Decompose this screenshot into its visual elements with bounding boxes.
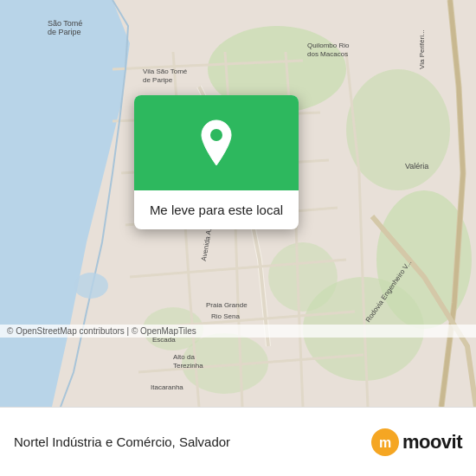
bottom-bar: Nortel Indústria e Comércio, Salvador m … bbox=[0, 407, 476, 476]
svg-text:Rio Sena: Rio Sena bbox=[211, 312, 240, 320]
popup-label: Me leve para este local bbox=[134, 190, 299, 229]
svg-point-2 bbox=[346, 69, 450, 190]
place-name: Nortel Indústria e Comércio, Salvador bbox=[14, 434, 230, 449]
svg-point-8 bbox=[74, 273, 108, 299]
moovit-logo: m moovit bbox=[371, 428, 462, 456]
svg-text:Via Periféri...: Via Periféri... bbox=[418, 29, 426, 69]
location-popup[interactable]: Me leve para este local bbox=[134, 95, 299, 229]
svg-text:Terezinha: Terezinha bbox=[173, 362, 203, 370]
svg-point-5 bbox=[268, 242, 338, 312]
svg-text:de Paripe: de Paripe bbox=[48, 28, 81, 36]
svg-text:de Paripe: de Paripe bbox=[143, 76, 173, 84]
svg-text:Praia Grande: Praia Grande bbox=[206, 301, 248, 309]
svg-text:Alto da: Alto da bbox=[173, 353, 195, 361]
moovit-text: moovit bbox=[402, 431, 462, 453]
svg-point-25 bbox=[210, 129, 222, 141]
map-container: São Tomé de Paripe Vila São Tomé de Pari… bbox=[0, 0, 476, 407]
moovit-icon: m bbox=[371, 428, 399, 456]
svg-text:Quilombo Rio: Quilombo Rio bbox=[307, 42, 350, 49]
map-attribution: © OpenStreetMap contributors | © OpenMap… bbox=[0, 325, 476, 338]
svg-text:Valéria: Valéria bbox=[405, 162, 428, 170]
svg-text:dos Macacos: dos Macacos bbox=[307, 50, 348, 58]
popup-header bbox=[134, 95, 299, 190]
svg-text:São Tomé: São Tomé bbox=[48, 19, 82, 28]
svg-text:m: m bbox=[379, 435, 391, 450]
svg-text:Itacaranha: Itacaranha bbox=[151, 383, 183, 391]
svg-text:Vila São Tomé: Vila São Tomé bbox=[143, 68, 188, 75]
location-pin-icon bbox=[196, 119, 237, 167]
